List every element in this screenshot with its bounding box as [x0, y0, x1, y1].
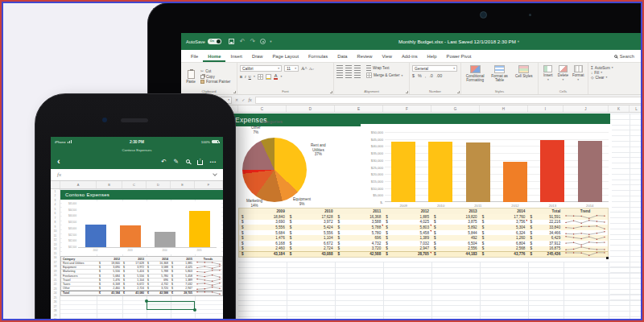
font-name-combo[interactable]: Calibri▾ [240, 65, 282, 72]
table-cell[interactable]: $44,183 [431, 252, 480, 257]
table-cell[interactable]: $4,025 [170, 266, 194, 269]
cancel-icon[interactable]: ✕ [235, 97, 238, 102]
autosave-toggle[interactable]: On [208, 39, 221, 44]
table-cell[interactable]: $3,720 [146, 287, 170, 290]
column-header-j[interactable]: J [564, 105, 609, 112]
table-cell[interactable]: $3,588 [335, 220, 383, 225]
underline-button[interactable]: U [249, 75, 251, 79]
table-row[interactable]: $6,168$6,672$4,732$7,032$6,504$6,804$37,… [239, 241, 608, 246]
expenses-table[interactable]: 200920102011201220132014TotalTrend$18,84… [238, 208, 609, 258]
format-painter-button[interactable]: Format Painter [200, 80, 230, 84]
table-cell-trend[interactable] [194, 279, 222, 282]
align-center-icon[interactable] [345, 72, 352, 78]
table-cell-trend[interactable] [194, 266, 222, 269]
phone-column-header-c[interactable]: C [122, 181, 147, 188]
table-cell[interactable]: $696 [335, 235, 383, 241]
table-cell-total[interactable]: $91,591 [527, 214, 563, 220]
column-header-d[interactable]: D [287, 105, 335, 112]
table-cell[interactable]: $4,025 [383, 220, 431, 225]
number-format-button[interactable]: % [418, 73, 422, 78]
tab-draw[interactable]: Draw [247, 50, 268, 62]
table-cell[interactable]: $1,104 [122, 279, 146, 282]
table-cell[interactable]: $5,458 [383, 230, 431, 236]
table-cell-trend[interactable] [563, 225, 608, 230]
copy-button[interactable]: Copy [200, 75, 230, 79]
table-cell[interactable]: $1,885 [170, 262, 194, 265]
table-cell[interactable]: $1,476 [97, 279, 122, 282]
table-cell-total[interactable]: $33,840 [527, 225, 563, 230]
table-cell[interactable]: $6,168 [97, 283, 122, 286]
table-cell[interactable]: $696 [146, 279, 170, 282]
table-header-2012[interactable]: 2012 [383, 208, 431, 214]
column-header-e[interactable]: E [335, 105, 383, 112]
chevron-down-icon[interactable]: ▾ [270, 39, 271, 43]
table-cell[interactable]: $5,892 [431, 225, 480, 230]
phone-column-header-f[interactable]: F [195, 181, 223, 188]
number-format-button[interactable]: $ [412, 73, 415, 78]
table-cell[interactable]: $6,504 [431, 241, 480, 246]
undo-icon[interactable]: ↶ [161, 159, 166, 165]
table-cell[interactable]: $3,720 [335, 246, 383, 252]
phone-table-header-2012[interactable]: 2012 [97, 257, 122, 261]
column-header-k[interactable]: K [609, 105, 630, 112]
wrap-text-button[interactable]: Wrap Text [366, 65, 390, 71]
table-cell[interactable]: $3,972 [287, 220, 336, 225]
sync-icon[interactable] [260, 39, 266, 44]
table-cell[interactable]: $5,788 [146, 270, 170, 273]
chevron-down-icon[interactable]: ▾ [280, 75, 282, 78]
table-header-2013[interactable]: 2013 [431, 208, 480, 214]
conditional-formatting-button[interactable]: Conditional Formatting [464, 65, 486, 88]
table-cell[interactable]: $28,705 [170, 291, 194, 294]
table-cell[interactable]: $1,260 [480, 235, 528, 241]
table-cell-total[interactable]: $6,429 [527, 235, 563, 241]
insert-cells-button[interactable]: Insert ▾ [541, 65, 555, 88]
number-format-combo[interactable]: General ▾ [412, 65, 457, 72]
align-top-icon[interactable] [336, 65, 343, 71]
tab-help[interactable]: Help [423, 50, 442, 62]
table-cell-trend[interactable] [563, 252, 608, 257]
table-cell[interactable]: $1,885 [383, 214, 431, 220]
table-cell[interactable]: $3,875 [431, 220, 480, 225]
table-cell[interactable]: $5,458 [170, 275, 194, 278]
phone-table-total-row[interactable]: Total$43,184$43,080$42,588$28,705 [61, 291, 222, 295]
table-cell[interactable]: $5,556 [239, 225, 287, 230]
table-cell-trend[interactable] [194, 291, 222, 294]
selection-handle[interactable] [145, 299, 148, 303]
table-total-row[interactable]: $43,184$43,088$42,588$28,705$44,183$43,7… [239, 251, 608, 257]
table-cell[interactable]: $43,776 [480, 252, 528, 257]
search-icon[interactable] [186, 159, 190, 163]
format-cells-button[interactable]: Format ▾ [571, 65, 585, 88]
table-cell-trend[interactable] [563, 220, 608, 225]
table-cell[interactable]: $6,324 [480, 230, 528, 236]
table-row[interactable]: $2,460$2,724$3,720$2,947$2,556$2,568$16,… [239, 246, 608, 252]
table-cell[interactable]: $5,803 [383, 225, 431, 230]
chevron-down-icon[interactable]: ▾ [518, 39, 519, 43]
table-cell[interactable]: $2,724 [287, 246, 336, 252]
paste-button[interactable]: Paste [184, 70, 198, 84]
table-header-2010[interactable]: 2010 [287, 208, 336, 214]
tab-add-ins[interactable]: Add-ins [397, 50, 423, 62]
table-cell[interactable]: $4,732 [146, 283, 170, 286]
table-cell[interactable]: $42,588 [146, 291, 170, 294]
table-cell[interactable]: $18,840 [239, 214, 287, 220]
phone-column-header-b[interactable]: B [97, 181, 122, 188]
tab-file[interactable]: File [186, 50, 203, 62]
phone-table-header-2015[interactable]: 2015 [170, 257, 194, 261]
dialog-launcher-icon[interactable] [233, 91, 236, 93]
table-cell[interactable]: $1,476 [239, 235, 287, 241]
table-cell-total[interactable]: $16,875 [527, 246, 563, 252]
table-cell[interactable]: $2,556 [431, 246, 480, 252]
table-header-2011[interactable]: 2011 [335, 208, 383, 214]
column-header-i[interactable]: I [528, 105, 564, 112]
tab-insert[interactable]: Insert [225, 50, 247, 62]
table-cell[interactable]: $4,732 [335, 241, 383, 246]
tab-view[interactable]: View [377, 50, 396, 62]
tab-page-layout[interactable]: Page Layout [267, 50, 303, 62]
table-cell-trend[interactable] [563, 235, 608, 241]
table-cell[interactable]: $42,588 [335, 252, 383, 257]
table-cell-trend[interactable] [194, 262, 222, 265]
table-cell[interactable]: $3,690 [97, 266, 122, 269]
phone-sheet-title-cell[interactable]: Contoso Expenses [60, 190, 223, 200]
table-cell[interactable]: $2,460 [239, 246, 287, 252]
bar-chart[interactable]: 200920102011201220132014 $50,000$45,000$… [361, 124, 612, 208]
